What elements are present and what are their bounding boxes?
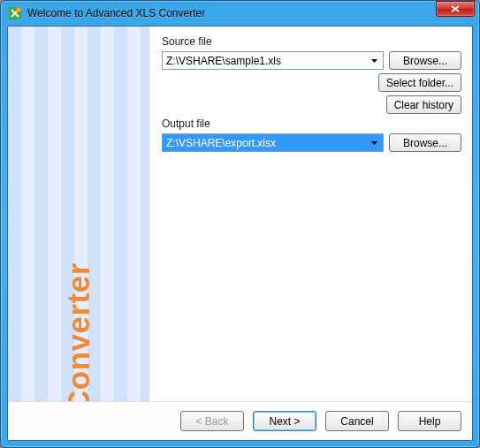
close-icon [451,5,460,12]
app-icon [8,6,22,20]
chevron-down-icon[interactable] [368,136,381,149]
next-button[interactable]: Next > [253,411,316,431]
side-banner: XLS Converter [8,27,149,401]
main-panel: Source file Z:\VSHARE\sample1.xls Browse… [149,27,472,401]
browse-output-button[interactable]: Browse... [389,133,461,152]
chevron-down-icon[interactable] [368,54,381,67]
svg-point-1 [16,7,21,12]
window-title: Welcome to Advanced XLS Converter [27,7,477,19]
select-folder-button[interactable]: Select folder... [378,73,461,92]
output-file-label: Output file [162,118,461,130]
side-banner-label: XLS Converter [61,262,96,401]
browse-source-button[interactable]: Browse... [389,51,461,70]
source-file-label: Source file [162,35,461,48]
title-bar[interactable]: Welcome to Advanced XLS Converter [1,1,479,26]
clear-history-button[interactable]: Clear history [386,95,461,114]
back-button[interactable]: < Back [180,411,244,431]
wizard-footer: < Back Next > Cancel Help [8,401,472,440]
client-area: XLS Converter Source file Z:\VSHARE\samp… [7,26,473,441]
output-file-combo[interactable]: Z:\VSHARE\export.xlsx [162,133,384,152]
wizard-body: XLS Converter Source file Z:\VSHARE\samp… [8,27,472,401]
app-window: Welcome to Advanced XLS Converter XLS Co… [0,0,480,448]
output-file-value: Z:\VSHARE\export.xlsx [166,137,276,149]
source-file-combo[interactable]: Z:\VSHARE\sample1.xls [162,51,384,70]
close-button[interactable] [436,1,475,17]
help-button[interactable]: Help [398,411,461,431]
cancel-button[interactable]: Cancel [325,411,389,431]
source-file-value: Z:\VSHARE\sample1.xls [166,55,281,67]
